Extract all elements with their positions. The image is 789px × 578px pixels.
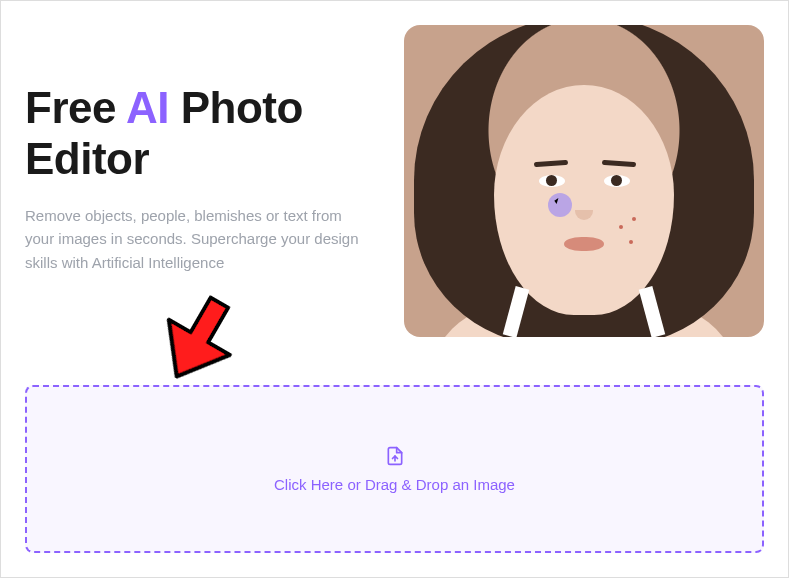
- headline-ai: AI: [126, 83, 169, 132]
- headline-pre: Free: [25, 83, 126, 132]
- page-title: Free AI Photo Editor: [25, 83, 380, 184]
- hero-text-block: Free AI Photo Editor Remove objects, peo…: [25, 25, 380, 337]
- upload-icon: [385, 446, 405, 466]
- upload-dropzone[interactable]: Click Here or Drag & Drop an Image: [25, 385, 764, 553]
- hero-section: Free AI Photo Editor Remove objects, peo…: [25, 25, 764, 337]
- dropzone-label: Click Here or Drag & Drop an Image: [274, 476, 515, 493]
- page-subtitle: Remove objects, people, blemishes or tex…: [25, 204, 365, 274]
- hero-demo-image: [404, 25, 764, 337]
- page-container: Free AI Photo Editor Remove objects, peo…: [1, 1, 788, 577]
- brush-cursor-icon: [548, 193, 572, 217]
